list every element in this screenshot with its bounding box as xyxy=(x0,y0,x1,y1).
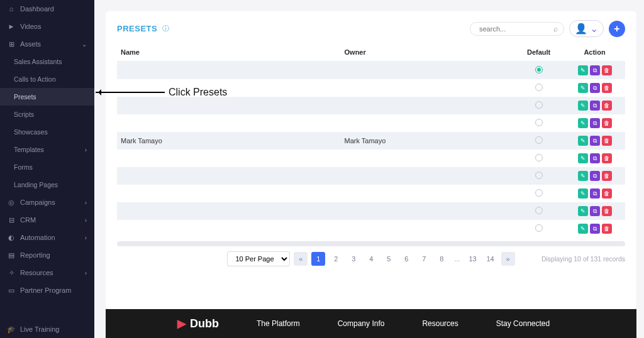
copy-button[interactable]: ⧉ xyxy=(590,101,600,111)
footer-col-platform[interactable]: The Platform xyxy=(257,319,300,328)
column-header-name[interactable]: Name xyxy=(117,43,341,62)
sidebar-item-resources[interactable]: ✧Resources› xyxy=(0,264,94,281)
table-row[interactable]: ✎⧉🗑 xyxy=(117,202,625,220)
cell-default[interactable] xyxy=(513,220,564,237)
column-header-default[interactable]: Default xyxy=(513,43,564,62)
footer-col-company[interactable]: Company Info xyxy=(338,319,385,328)
copy-button[interactable]: ⧉ xyxy=(590,65,600,75)
table-row[interactable]: ✎⧉🗑 xyxy=(117,150,625,167)
per-page-select[interactable]: 10 Per Page xyxy=(227,251,290,266)
copy-button[interactable]: ⧉ xyxy=(590,136,600,146)
delete-button[interactable]: 🗑 xyxy=(602,171,612,181)
edit-button[interactable]: ✎ xyxy=(578,188,588,199)
user-menu[interactable]: 👤 ⌄ xyxy=(569,20,604,37)
footer-col-connected[interactable]: Stay Connected xyxy=(496,319,550,328)
default-radio[interactable] xyxy=(535,136,543,144)
sidebar-item-templates[interactable]: Templates› xyxy=(0,141,94,158)
page-13[interactable]: 13 xyxy=(466,252,480,266)
default-radio[interactable] xyxy=(535,224,543,232)
default-radio[interactable] xyxy=(535,84,543,91)
page-3[interactable]: 3 xyxy=(347,252,360,266)
sidebar-item-landing-pages[interactable]: Landing Pages xyxy=(0,176,94,194)
copy-button[interactable]: ⧉ xyxy=(590,188,600,199)
sidebar-item-calls-to-action[interactable]: Calls to Action xyxy=(0,70,94,88)
page-7[interactable]: 7 xyxy=(417,252,431,266)
cell-default[interactable] xyxy=(513,167,564,185)
copy-button[interactable]: ⧉ xyxy=(590,224,600,234)
delete-button[interactable]: 🗑 xyxy=(602,136,612,146)
cell-default[interactable] xyxy=(513,132,564,150)
table-row[interactable]: ✎⧉🗑 xyxy=(117,62,625,80)
delete-button[interactable]: 🗑 xyxy=(602,188,612,199)
edit-button[interactable]: ✎ xyxy=(578,101,588,111)
edit-button[interactable]: ✎ xyxy=(578,65,588,75)
default-radio[interactable] xyxy=(535,154,543,161)
page-8[interactable]: 8 xyxy=(435,252,448,266)
table-row[interactable]: ✎⧉🗑 xyxy=(117,185,625,202)
cell-default[interactable] xyxy=(513,97,564,114)
add-button[interactable]: + xyxy=(609,21,625,37)
page-2[interactable]: 2 xyxy=(329,252,343,266)
copy-button[interactable]: ⧉ xyxy=(590,153,600,163)
page-first[interactable]: « xyxy=(294,252,308,266)
delete-button[interactable]: 🗑 xyxy=(602,153,612,163)
page-6[interactable]: 6 xyxy=(399,252,413,266)
default-radio[interactable] xyxy=(535,101,543,109)
sidebar-item-automation[interactable]: ◐Automation› xyxy=(0,229,94,246)
table-row[interactable]: Mark TamayoMark Tamayo✎⧉🗑 xyxy=(117,132,625,150)
table-row[interactable]: ✎⧉🗑 xyxy=(117,79,625,97)
page-4[interactable]: 4 xyxy=(364,252,378,266)
table-row[interactable]: ✎⧉🗑 xyxy=(117,167,625,185)
sidebar-item-live-training[interactable]: 🎓 Live Training xyxy=(0,320,94,338)
edit-button[interactable]: ✎ xyxy=(578,118,588,128)
page-next[interactable]: » xyxy=(501,252,515,266)
edit-button[interactable]: ✎ xyxy=(578,206,588,216)
sidebar-item-campaigns[interactable]: ◎Campaigns› xyxy=(0,194,94,211)
sidebar-item-presets[interactable]: Presets xyxy=(0,88,94,106)
delete-button[interactable]: 🗑 xyxy=(602,224,612,234)
table-row[interactable]: ✎⧉🗑 xyxy=(117,220,625,237)
default-radio[interactable] xyxy=(535,172,543,179)
edit-button[interactable]: ✎ xyxy=(578,136,588,146)
edit-button[interactable]: ✎ xyxy=(578,171,588,181)
edit-button[interactable]: ✎ xyxy=(578,153,588,163)
delete-button[interactable]: 🗑 xyxy=(602,206,612,216)
copy-button[interactable]: ⧉ xyxy=(590,206,600,216)
sidebar-item-showcases[interactable]: Showcases xyxy=(0,123,94,141)
page-5[interactable]: 5 xyxy=(382,252,396,266)
sidebar-item-crm[interactable]: ⊟CRM› xyxy=(0,211,94,229)
footer-col-resources[interactable]: Resources xyxy=(422,319,458,328)
delete-button[interactable]: 🗑 xyxy=(602,83,612,93)
cell-default[interactable] xyxy=(513,79,564,97)
info-icon[interactable]: ⓘ xyxy=(162,24,169,33)
default-radio[interactable] xyxy=(535,66,543,74)
default-radio[interactable] xyxy=(535,189,543,197)
cell-default[interactable] xyxy=(513,202,564,220)
sidebar-item-sales-assistants[interactable]: Sales Assistants xyxy=(0,53,94,70)
default-radio[interactable] xyxy=(535,119,543,126)
horizontal-scrollbar[interactable] xyxy=(117,241,625,246)
copy-button[interactable]: ⧉ xyxy=(590,83,600,93)
search-icon[interactable]: ⌕ xyxy=(553,25,558,33)
edit-button[interactable]: ✎ xyxy=(578,83,588,93)
copy-button[interactable]: ⧉ xyxy=(590,171,600,181)
sidebar-item-scripts[interactable]: Scripts xyxy=(0,106,94,123)
table-row[interactable]: ✎⧉🗑 xyxy=(117,97,625,114)
sidebar-item-dashboard[interactable]: ⌂Dashboard xyxy=(0,0,94,18)
delete-button[interactable]: 🗑 xyxy=(602,101,612,111)
cell-default[interactable] xyxy=(513,150,564,167)
copy-button[interactable]: ⧉ xyxy=(590,118,600,128)
page-14[interactable]: 14 xyxy=(484,252,497,266)
page-1[interactable]: 1 xyxy=(311,252,325,266)
footer-logo[interactable]: ▶ Dubb xyxy=(177,317,219,330)
cell-default[interactable] xyxy=(513,62,564,80)
delete-button[interactable]: 🗑 xyxy=(602,118,612,128)
default-radio[interactable] xyxy=(535,207,543,214)
search-input[interactable] xyxy=(470,22,564,36)
sidebar-item-forms[interactable]: Forms xyxy=(0,158,94,176)
sidebar-item-videos[interactable]: ►Videos xyxy=(0,18,94,35)
sidebar-item-reporting[interactable]: ▤Reporting xyxy=(0,246,94,264)
edit-button[interactable]: ✎ xyxy=(578,224,588,234)
column-header-owner[interactable]: Owner xyxy=(341,43,514,62)
sidebar-item-assets[interactable]: ⊞Assets⌄ xyxy=(0,35,94,53)
